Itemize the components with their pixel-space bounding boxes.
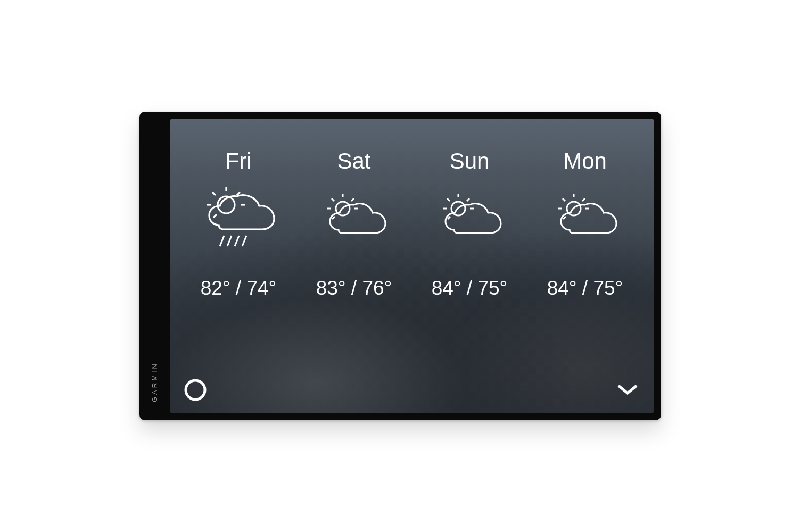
forecast-row: Fri — [170, 119, 654, 376]
device-frame: GARMIN Fri — [139, 112, 661, 420]
day-label: Mon — [563, 148, 607, 174]
svg-line-20 — [467, 198, 469, 201]
svg-line-22 — [447, 198, 450, 201]
svg-line-17 — [332, 217, 335, 219]
temp-range: 84° / 75° — [432, 277, 508, 300]
day-label: Sat — [337, 148, 370, 174]
chevron-down-icon — [615, 383, 640, 397]
voice-assistant-button[interactable] — [184, 379, 207, 401]
expand-button[interactable] — [615, 383, 640, 397]
forecast-day-mon[interactable]: Mon 84° — [527, 148, 643, 376]
temp-range: 83° / 76° — [316, 277, 392, 300]
svg-line-27 — [582, 198, 585, 201]
svg-line-29 — [563, 198, 565, 201]
forecast-day-fri[interactable]: Fri — [181, 148, 296, 376]
forecast-day-sun[interactable]: Sun 84° — [412, 148, 527, 376]
forecast-day-sat[interactable]: Sat 83° — [296, 148, 412, 376]
svg-line-24 — [448, 217, 450, 219]
partly-cloudy-icon — [549, 184, 621, 263]
svg-line-6 — [213, 214, 217, 218]
partly-cloudy-icon — [434, 184, 506, 263]
svg-line-9 — [235, 236, 239, 246]
brand-label: GARMIN — [151, 362, 159, 402]
svg-line-10 — [242, 236, 246, 246]
svg-line-8 — [227, 236, 232, 246]
temp-range: 82° / 74° — [201, 277, 277, 300]
svg-line-15 — [332, 198, 334, 201]
day-label: Fri — [226, 148, 252, 174]
partly-cloudy-rain-icon — [193, 184, 284, 263]
device-bezel: GARMIN — [139, 119, 170, 413]
alexa-icon — [184, 379, 207, 401]
partly-cloudy-icon — [318, 184, 390, 263]
svg-line-13 — [351, 198, 354, 201]
screen[interactable]: Fri — [170, 119, 654, 413]
day-label: Sun — [450, 148, 490, 174]
temp-range: 84° / 75° — [547, 277, 623, 300]
svg-line-4 — [212, 192, 216, 195]
svg-line-31 — [563, 217, 566, 219]
bottom-bar — [170, 376, 654, 413]
svg-line-7 — [220, 236, 224, 246]
